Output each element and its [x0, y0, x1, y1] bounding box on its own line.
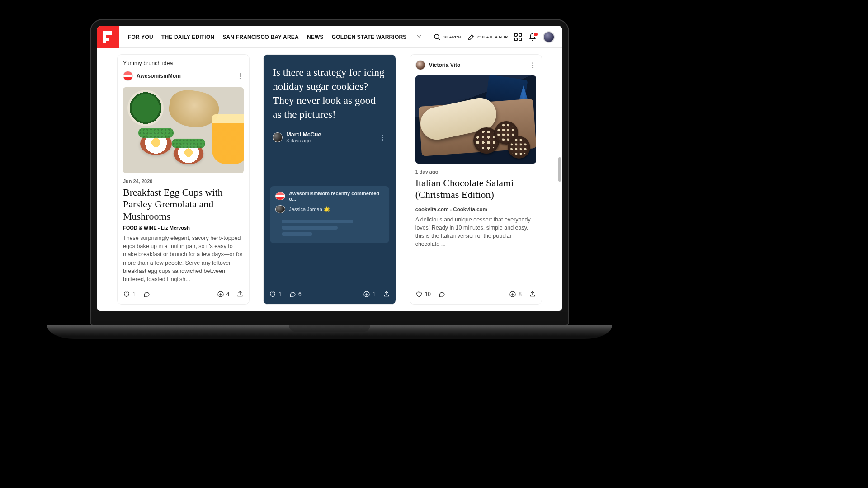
topbar: FOR YOU THE DAILY EDITION SAN FRANCISCO …: [97, 26, 562, 48]
compose-icon: [467, 33, 475, 41]
laptop-frame: FOR YOU THE DAILY EDITION SAN FRANCISCO …: [90, 19, 569, 326]
like-button[interactable]: 1: [269, 291, 282, 298]
author-name[interactable]: AwesomismMom: [137, 73, 181, 79]
comment-user: Jessica Jordan 🌟: [289, 206, 330, 212]
create-flip-label: CREATE A FLIP: [477, 35, 508, 39]
card-menu-button[interactable]: [379, 134, 387, 141]
card-author-row: Victoria Vito: [410, 55, 542, 70]
feed-card-recipe[interactable]: Yummy brunch idea AwesomismMom Jun 24, 2…: [117, 54, 250, 305]
card-footer: 1 6 1: [264, 284, 395, 304]
share-button[interactable]: [236, 291, 244, 298]
card-byline: FOOD & WINE - Liz Mervosh: [123, 225, 244, 230]
comment-button[interactable]: 6: [289, 291, 302, 298]
feed-card-article[interactable]: Victoria Vito 1 day ago Italian Chocolat…: [410, 54, 542, 305]
card-author-row: AwesomismMom: [123, 71, 244, 81]
search-icon: [433, 33, 441, 41]
notification-badge: [533, 32, 538, 37]
like-button[interactable]: 1: [123, 291, 136, 298]
app-logo[interactable]: [97, 26, 119, 48]
nav: FOR YOU THE DAILY EDITION SAN FRANCISCO …: [119, 32, 432, 42]
apps-grid-icon[interactable]: [514, 33, 522, 41]
card-image[interactable]: [123, 87, 244, 173]
post-time: 1 day ago: [415, 169, 536, 174]
create-flip-button[interactable]: CREATE A FLIP: [467, 33, 508, 41]
nav-more-chevron-icon[interactable]: [415, 32, 423, 42]
flip-count: 8: [519, 291, 522, 297]
comment-skeleton: [282, 217, 383, 239]
like-count: 1: [132, 291, 136, 297]
notifications-button[interactable]: [528, 33, 537, 41]
profile-avatar[interactable]: [543, 31, 555, 43]
comment-count: 6: [298, 291, 302, 297]
card-menu-button[interactable]: [529, 61, 536, 69]
card-title[interactable]: Breakfast Egg Cups with Parsley Gremolat…: [123, 187, 244, 222]
feed-card-question[interactable]: Is there a strategy for icing holiday su…: [263, 54, 396, 305]
search-button[interactable]: SEARCH: [433, 33, 461, 41]
nav-gsw[interactable]: GOLDEN STATE WARRIORS: [332, 34, 407, 40]
card-title[interactable]: Italian Chocolate Salami (Christmas Edit…: [415, 177, 536, 201]
author-avatar[interactable]: [415, 60, 425, 70]
flip-button[interactable]: 8: [509, 291, 522, 298]
flip-count: 4: [226, 291, 230, 297]
author-avatar[interactable]: [123, 71, 133, 81]
nav-daily-edition[interactable]: THE DAILY EDITION: [161, 34, 214, 40]
flip-button[interactable]: 4: [217, 291, 230, 298]
card-date: Jun 24, 2020: [123, 178, 244, 184]
card-caption: Yummy brunch idea: [123, 60, 244, 66]
flip-count: 1: [373, 291, 376, 297]
card-excerpt: A delicious and unique dessert that ever…: [415, 216, 536, 249]
comment-button[interactable]: [438, 291, 445, 298]
like-count: 10: [425, 291, 431, 297]
comment-button[interactable]: [143, 291, 150, 298]
commenter-avatar: [275, 205, 285, 213]
feed: Yummy brunch idea AwesomismMom Jun 24, 2…: [97, 48, 562, 311]
card-excerpt: These surprisingly elegant, savory herb-…: [123, 234, 244, 283]
flip-button[interactable]: 1: [363, 291, 376, 298]
like-count: 1: [278, 291, 282, 297]
comment-preview[interactable]: AwesomismMom recently commented o... Jes…: [270, 186, 389, 243]
commenter-avatar: [275, 192, 285, 200]
topbar-right: SEARCH CREATE A FLIP: [433, 31, 562, 43]
svg-line-1: [439, 38, 440, 40]
comment-lead: AwesomismMom recently commented o...: [289, 191, 383, 202]
card-source: cookvita.com - Cookvita.com: [415, 206, 536, 212]
scrollbar-thumb[interactable]: [558, 157, 561, 182]
app-screen: FOR YOU THE DAILY EDITION SAN FRANCISCO …: [97, 26, 562, 311]
nav-for-you[interactable]: FOR YOU: [128, 34, 153, 40]
card-footer: 1 4: [118, 284, 249, 304]
like-button[interactable]: 10: [415, 291, 431, 298]
svg-point-0: [434, 34, 439, 39]
laptop-notch: [289, 325, 370, 332]
nav-news[interactable]: NEWS: [307, 34, 324, 40]
card-footer: 10 8: [410, 284, 542, 304]
post-time: 3 days ago: [286, 138, 321, 143]
laptop-base: [47, 325, 612, 339]
question-text: Is there a strategy for icing holiday su…: [264, 55, 395, 124]
card-image[interactable]: [415, 75, 536, 164]
author-name[interactable]: Victoria Vito: [429, 62, 461, 68]
search-label: SEARCH: [443, 35, 461, 39]
card-menu-button[interactable]: [236, 72, 244, 80]
author-name[interactable]: Marci McCue: [286, 131, 321, 138]
author-avatar[interactable]: [273, 132, 283, 142]
share-button[interactable]: [383, 291, 390, 298]
share-button[interactable]: [529, 291, 536, 298]
question-author-row: Marci McCue 3 days ago: [264, 128, 395, 147]
nav-sf-bay-area[interactable]: SAN FRANCISCO BAY AREA: [222, 34, 299, 40]
